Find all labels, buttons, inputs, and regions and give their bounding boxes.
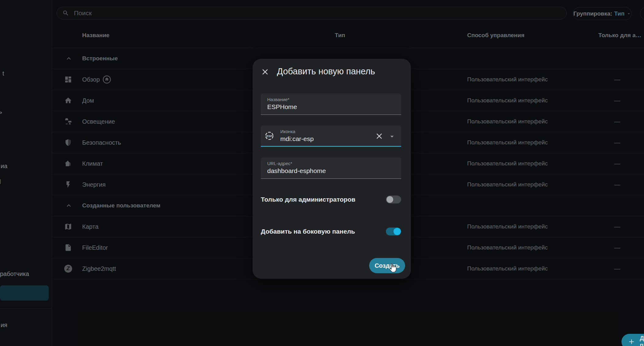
url-field-label: URL-адрес* [267, 161, 292, 166]
admin-only-toggle-row: Только для администраторов [261, 192, 401, 207]
plus-icon [628, 338, 635, 346]
dialog-title: Добавить новую панель [277, 66, 375, 76]
icon-field-value: mdi:car-esp [280, 135, 314, 143]
name-field-label: Название* [267, 97, 289, 102]
caret-down-icon[interactable] [388, 132, 396, 140]
add-dashboard-label: Добавить панель [640, 335, 644, 346]
show-in-sidebar-toggle[interactable] [386, 228, 401, 235]
url-field[interactable]: URL-адрес* dashboard-esphome [261, 157, 401, 179]
clear-icon[interactable] [375, 132, 384, 141]
show-in-sidebar-toggle-row: Добавить на боковую панель [261, 224, 401, 239]
name-field[interactable]: Название* ESPHome [261, 94, 401, 115]
app-root: t ь иа l работчика ия Группировка: Тип Н… [0, 0, 644, 346]
toggle-thumb [394, 228, 401, 235]
add-dashboard-button[interactable]: Добавить панель [621, 334, 644, 346]
name-field-value: ESPHome [267, 103, 297, 111]
admin-only-toggle-label: Только для администраторов [261, 196, 355, 203]
icon-field-label: Иконка [280, 129, 295, 134]
admin-only-toggle[interactable] [386, 196, 401, 203]
icon-field[interactable]: ESP Иконка mdi:car-esp [261, 125, 401, 147]
create-button[interactable]: Создать [369, 258, 405, 273]
add-panel-dialog: Добавить новую панель Название* ESPHome … [253, 59, 411, 279]
esphome-logo-icon: ESP [265, 131, 274, 140]
url-field-value: dashboard-esphome [267, 167, 326, 175]
show-in-sidebar-toggle-label: Добавить на боковую панель [261, 228, 355, 235]
toggle-thumb [387, 196, 393, 203]
svg-text:ESP: ESP [266, 134, 272, 138]
close-icon[interactable] [261, 67, 271, 78]
